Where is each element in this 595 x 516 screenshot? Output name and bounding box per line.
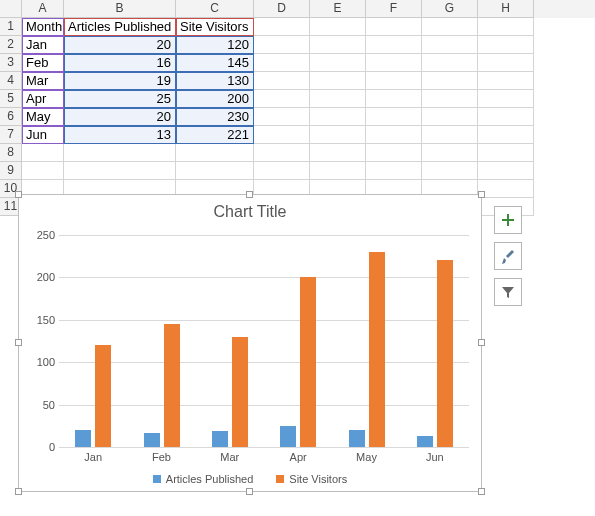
cell[interactable] [310,72,366,90]
col-header-e[interactable]: E [310,0,366,18]
cell-month[interactable]: Jan [22,36,64,54]
row-header[interactable]: 6 [0,108,22,126]
cell[interactable] [310,90,366,108]
cell-articles[interactable]: 25 [64,90,176,108]
cell[interactable] [254,144,310,162]
cell[interactable] [478,72,534,90]
cell-articles[interactable]: 20 [64,36,176,54]
col-header-c[interactable]: C [176,0,254,18]
col-header-d[interactable]: D [254,0,310,18]
cell-visitors[interactable]: 221 [176,126,254,144]
cell[interactable] [254,54,310,72]
cell[interactable] [422,18,478,36]
cell-visitors[interactable]: 200 [176,90,254,108]
cell[interactable] [310,162,366,180]
col-header-g[interactable]: G [422,0,478,18]
spreadsheet-grid[interactable]: A B C D E F G H 1 Month Articles Publish… [0,0,595,200]
cell[interactable] [478,90,534,108]
cell[interactable] [478,54,534,72]
cell[interactable] [422,36,478,54]
cell-visitors[interactable]: 145 [176,54,254,72]
cell-articles[interactable]: 19 [64,72,176,90]
cell[interactable] [478,36,534,54]
legend-item-1[interactable]: Articles Published [153,473,253,485]
cell[interactable] [310,144,366,162]
row-header[interactable]: 3 [0,54,22,72]
chart-filters-button[interactable] [494,278,522,306]
cell-visitors-header[interactable]: Site Visitors [176,18,254,36]
cell-articles-header[interactable]: Articles Published [64,18,176,36]
cell[interactable] [366,90,422,108]
cell[interactable] [478,144,534,162]
legend-item-2[interactable]: Site Visitors [276,473,347,485]
bar-series1[interactable] [212,431,228,447]
cell[interactable] [478,108,534,126]
row-header[interactable]: 5 [0,90,22,108]
cell[interactable] [478,18,534,36]
cell[interactable] [64,162,176,180]
cell-month[interactable]: Jun [22,126,64,144]
bar-series2[interactable] [437,260,453,447]
row-header[interactable]: 9 [0,162,22,180]
cell[interactable] [478,162,534,180]
bar-series1[interactable] [144,433,160,447]
cell[interactable] [254,72,310,90]
chart-title[interactable]: Chart Title [19,203,481,221]
row-header[interactable]: 7 [0,126,22,144]
col-header-a[interactable]: A [22,0,64,18]
cell[interactable] [254,162,310,180]
cell[interactable] [478,180,534,198]
bar-series2[interactable] [369,252,385,447]
cell-visitors[interactable]: 230 [176,108,254,126]
cell[interactable] [310,126,366,144]
cell[interactable] [310,18,366,36]
cell[interactable] [422,72,478,90]
cell-month[interactable]: Mar [22,72,64,90]
col-header-b[interactable]: B [64,0,176,18]
cell[interactable] [22,144,64,162]
plot-area[interactable]: 050100150200250 JanFebMarAprMayJun [59,235,469,447]
cell[interactable] [176,144,254,162]
row-header[interactable]: 2 [0,36,22,54]
cell[interactable] [422,144,478,162]
cell-articles[interactable]: 13 [64,126,176,144]
cell[interactable] [366,162,422,180]
cell[interactable] [254,108,310,126]
select-all-corner[interactable] [0,0,22,18]
cell-month[interactable]: Feb [22,54,64,72]
col-header-h[interactable]: H [478,0,534,18]
cell[interactable] [366,144,422,162]
cell-articles[interactable]: 16 [64,54,176,72]
cell[interactable] [64,144,176,162]
bar-series1[interactable] [75,430,91,447]
row-header[interactable]: 8 [0,144,22,162]
col-header-f[interactable]: F [366,0,422,18]
cell[interactable] [478,126,534,144]
cell[interactable] [22,162,64,180]
row-header[interactable]: 4 [0,72,22,90]
cell[interactable] [366,54,422,72]
cell-articles[interactable]: 20 [64,108,176,126]
cell[interactable] [422,90,478,108]
cell[interactable] [254,90,310,108]
cell[interactable] [254,126,310,144]
cell[interactable] [176,162,254,180]
cell[interactable] [254,36,310,54]
bar-series1[interactable] [417,436,433,447]
cell-month[interactable]: May [22,108,64,126]
chart-object[interactable]: Chart Title 050100150200250 JanFebMarApr… [18,194,482,492]
chart-legend[interactable]: Articles Published Site Visitors [19,473,481,485]
cell[interactable] [254,18,310,36]
cell[interactable] [366,108,422,126]
cell-month-header[interactable]: Month [22,18,64,36]
cell[interactable] [366,72,422,90]
cell[interactable] [366,36,422,54]
cell-visitors[interactable]: 120 [176,36,254,54]
cell[interactable] [310,54,366,72]
bar-series1[interactable] [349,430,365,447]
bar-series1[interactable] [280,426,296,447]
chart-styles-button[interactable] [494,242,522,270]
cell[interactable] [310,108,366,126]
cell-month[interactable]: Apr [22,90,64,108]
chart-elements-button[interactable] [494,206,522,234]
